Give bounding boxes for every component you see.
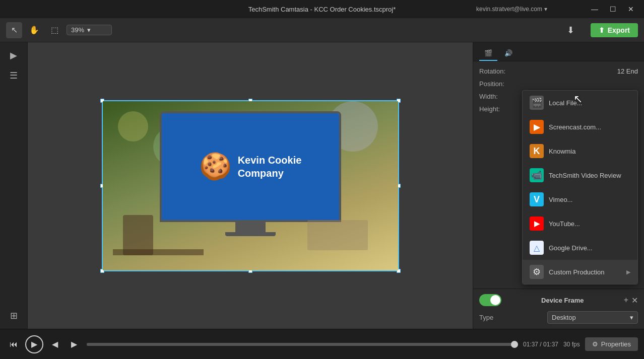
device-type-row: Type Desktop ▾: [479, 311, 638, 324]
width-label: Width:: [479, 93, 498, 100]
monitor-base: [225, 232, 276, 236]
menu-item-knowmia[interactable]: K Knowmia: [523, 139, 637, 163]
close-button[interactable]: ✕: [624, 2, 638, 16]
bottom-bar: ⏮ ▶ ◀ ▶ 01:37 / 01:37 30 fps ⚙ Propertie…: [0, 329, 644, 359]
device-frame-panel: Device Frame + ✕ Type Desktop ▾: [473, 289, 644, 329]
screencast-label: Screencast.com...: [549, 123, 630, 131]
next-frame-button[interactable]: ▶: [67, 337, 82, 352]
properties-label: Properties: [601, 340, 631, 348]
sidebar-icon-grid[interactable]: ⊞: [4, 307, 24, 325]
time-display: 01:37 / 01:37: [523, 341, 558, 348]
rotation-row: Rotation: 12 End: [479, 67, 638, 75]
prev-frame-button[interactable]: ◀: [47, 337, 62, 352]
device-type-dropdown[interactable]: Desktop ▾: [547, 311, 638, 324]
video-canvas[interactable]: 🍪 Kevin Cookie Company: [102, 100, 399, 271]
device-frame-actions: + ✕: [624, 296, 638, 305]
hand-tool[interactable]: ✋: [26, 22, 42, 38]
app-title: TechSmith Camtasia - KCC Order Cookies.t…: [248, 6, 396, 13]
menu-item-tvr[interactable]: 📹 TechSmith Video Review: [523, 163, 637, 187]
menu-item-google-drive[interactable]: △ Google Drive...: [523, 236, 637, 260]
user-dropdown-icon[interactable]: ▾: [544, 6, 547, 13]
user-email: kevin.stratvert@live.com: [476, 6, 542, 13]
toggle-knob: [490, 295, 500, 305]
brand-name-line1: Kevin Cookie: [238, 154, 302, 167]
menu-item-screencast[interactable]: ▶ Screencast.com...: [523, 115, 637, 139]
tvr-icon: 📹: [530, 168, 544, 182]
sidebar-icon-menu[interactable]: ☰: [4, 66, 24, 85]
youtube-label: YouTube...: [549, 220, 630, 228]
device-type-value: Desktop: [552, 314, 576, 321]
export-icon: ⬆: [599, 26, 605, 34]
export-menu: 🎬 Local File... ▶ Screencast.com... K Kn…: [522, 90, 638, 284]
toolbar: ↖ ✋ ⬚ 39% ▾ ⬇ ⬆ Export: [0, 18, 644, 42]
canvas-area: 🍪 Kevin Cookie Company: [28, 42, 473, 329]
monitor-stand: [235, 222, 266, 232]
skip-back-button[interactable]: ⏮: [6, 337, 21, 352]
zoom-selector[interactable]: 39% ▾: [67, 25, 112, 35]
youtube-icon: ▶: [530, 217, 544, 231]
title-bar: TechSmith Camtasia - KCC Order Cookies.t…: [0, 0, 644, 18]
knowmia-icon: K: [530, 144, 544, 158]
custom-production-arrow: ▶: [626, 269, 630, 275]
menu-item-vimeo[interactable]: V Vimeo...: [523, 187, 637, 211]
monitor-body: 🍪 Kevin Cookie Company: [160, 111, 341, 222]
cookie-icon: 🍪: [199, 151, 232, 182]
zoom-value: 39%: [71, 26, 84, 34]
download-button[interactable]: ⬇: [562, 22, 578, 38]
local-file-label: Local File...: [549, 99, 630, 107]
device-frame-toggle[interactable]: [479, 294, 501, 306]
screencast-icon: ▶: [530, 120, 544, 134]
sidebar-icon-play[interactable]: ▶: [4, 46, 24, 64]
position-label: Position:: [479, 80, 504, 88]
gdrive-icon: △: [530, 241, 544, 255]
select-tool[interactable]: ↖: [6, 22, 22, 38]
menu-item-youtube[interactable]: ▶ YouTube...: [523, 211, 637, 236]
tab-visual[interactable]: 🎬: [479, 46, 497, 61]
zoom-dropdown-icon: ▾: [87, 26, 91, 34]
type-label: Type: [479, 314, 493, 321]
rotation-label: Rotation:: [479, 67, 505, 75]
window-controls: — ☐ ✕: [588, 2, 638, 16]
device-type-dropdown-icon: ▾: [630, 314, 633, 321]
menu-item-custom-production[interactable]: ⚙ Custom Production ▶: [523, 260, 637, 284]
vimeo-icon: V: [530, 192, 544, 206]
panel-tabs: 🎬 🔊: [473, 42, 644, 61]
left-sidebar: ▶ ☰ ⊞: [0, 42, 28, 329]
rotation-value: 12 End: [617, 67, 638, 75]
timeline-knob[interactable]: [511, 341, 518, 348]
brand-name-line2: Company: [238, 167, 302, 180]
video-content: 🍪 Kevin Cookie Company: [103, 101, 398, 270]
gdrive-label: Google Drive...: [549, 244, 630, 252]
custom-production-icon: ⚙: [530, 265, 544, 279]
device-frame-header: Device Frame + ✕: [479, 294, 638, 306]
device-frame-add[interactable]: +: [624, 296, 628, 305]
play-button[interactable]: ▶: [25, 335, 43, 353]
tvr-label: TechSmith Video Review: [549, 172, 630, 179]
gear-icon: ⚙: [592, 340, 598, 348]
tab-audio[interactable]: 🔊: [499, 46, 518, 61]
monitor-screen: 🍪 Kevin Cookie Company: [162, 113, 339, 220]
custom-production-label: Custom Production: [549, 268, 621, 276]
height-label: Height:: [479, 105, 500, 113]
timeline-progress: [87, 343, 518, 346]
knowmia-label: Knowmia: [549, 148, 630, 155]
crop-tool[interactable]: ⬚: [46, 22, 62, 38]
vimeo-label: Vimeo...: [549, 196, 630, 203]
device-frame-title: Device Frame: [541, 297, 584, 304]
export-button[interactable]: ⬆ Export: [591, 23, 638, 37]
menu-item-local-file[interactable]: 🎬 Local File...: [523, 91, 637, 115]
maximize-button[interactable]: ☐: [606, 2, 620, 16]
play-controls: ⏮ ▶ ◀ ▶: [6, 335, 82, 353]
properties-button[interactable]: ⚙ Properties: [585, 337, 638, 351]
position-row: Position:: [479, 80, 638, 88]
fps-display: 30 fps: [563, 341, 580, 348]
main-area: ▶ ☰ ⊞: [0, 42, 644, 329]
local-file-icon: 🎬: [530, 96, 544, 110]
user-account[interactable]: kevin.stratvert@live.com ▾: [476, 6, 547, 13]
export-label: Export: [608, 26, 630, 34]
minimize-button[interactable]: —: [588, 2, 602, 16]
device-frame-close[interactable]: ✕: [631, 296, 638, 305]
timeline-bar[interactable]: [87, 343, 518, 346]
